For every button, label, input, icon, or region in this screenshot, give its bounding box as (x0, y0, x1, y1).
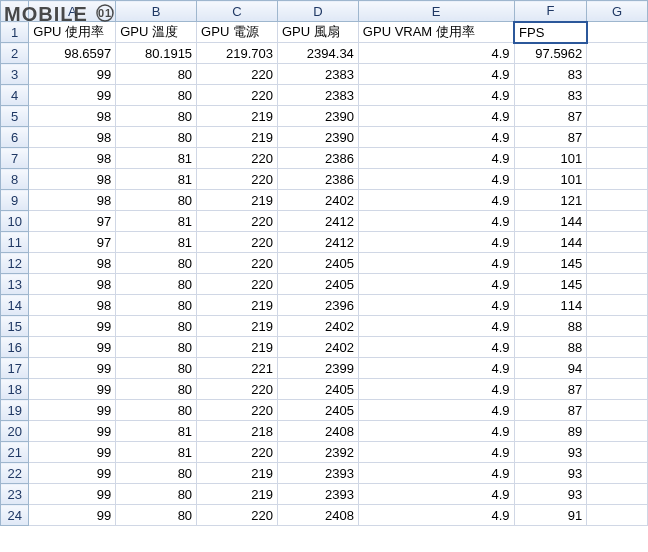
cell[interactable]: 81 (116, 442, 197, 463)
row-header-9[interactable]: 9 (1, 190, 29, 211)
cell[interactable]: 220 (197, 85, 278, 106)
cell[interactable]: 219.703 (197, 43, 278, 64)
cell[interactable]: 88 (514, 337, 587, 358)
cell[interactable]: 220 (197, 400, 278, 421)
row-header-18[interactable]: 18 (1, 379, 29, 400)
cell[interactable]: GPU VRAM 使用率 (358, 22, 514, 43)
cell[interactable]: 4.9 (358, 169, 514, 190)
cell[interactable]: 4.9 (358, 64, 514, 85)
cell[interactable]: 87 (514, 127, 587, 148)
cell[interactable]: 99 (29, 316, 116, 337)
row-header-8[interactable]: 8 (1, 169, 29, 190)
cell[interactable]: 4.9 (358, 274, 514, 295)
cell[interactable]: 80 (116, 337, 197, 358)
cell[interactable] (587, 358, 648, 379)
row-header-21[interactable]: 21 (1, 442, 29, 463)
cell[interactable] (587, 22, 648, 43)
cell[interactable]: 98 (29, 190, 116, 211)
row-header-10[interactable]: 10 (1, 211, 29, 232)
select-all-corner[interactable] (1, 1, 29, 22)
cell[interactable]: 80.1915 (116, 43, 197, 64)
cell[interactable]: GPU 使用率 (29, 22, 116, 43)
cell[interactable] (587, 484, 648, 505)
cell[interactable]: 80 (116, 295, 197, 316)
row-header-19[interactable]: 19 (1, 400, 29, 421)
cell[interactable]: FPS (514, 22, 587, 43)
cell[interactable]: 4.9 (358, 295, 514, 316)
row-header-6[interactable]: 6 (1, 127, 29, 148)
cell[interactable] (587, 463, 648, 484)
cell[interactable]: 93 (514, 463, 587, 484)
cell[interactable] (587, 85, 648, 106)
column-header-G[interactable]: G (587, 1, 648, 22)
cell[interactable]: 218 (197, 421, 278, 442)
cell[interactable] (587, 232, 648, 253)
cell[interactable]: 98.6597 (29, 43, 116, 64)
cell[interactable]: 121 (514, 190, 587, 211)
cell[interactable]: 144 (514, 211, 587, 232)
cell[interactable]: 2396 (277, 295, 358, 316)
cell[interactable]: 81 (116, 211, 197, 232)
cell[interactable]: 220 (197, 64, 278, 85)
cell[interactable]: 2402 (277, 316, 358, 337)
cell[interactable]: 98 (29, 253, 116, 274)
cell[interactable]: 99 (29, 337, 116, 358)
cell[interactable]: 80 (116, 505, 197, 526)
cell[interactable]: GPU 溫度 (116, 22, 197, 43)
cell[interactable]: 220 (197, 169, 278, 190)
cell[interactable]: GPU 電源 (197, 22, 278, 43)
cell[interactable]: 4.9 (358, 316, 514, 337)
cell[interactable]: 220 (197, 442, 278, 463)
cell[interactable]: 97 (29, 232, 116, 253)
cell[interactable]: 2405 (277, 274, 358, 295)
column-header-A[interactable]: A (29, 1, 116, 22)
cell[interactable]: 98 (29, 127, 116, 148)
cell[interactable]: 99 (29, 64, 116, 85)
cell[interactable]: 219 (197, 190, 278, 211)
row-header-11[interactable]: 11 (1, 232, 29, 253)
cell[interactable]: 2394.34 (277, 43, 358, 64)
cell[interactable] (587, 421, 648, 442)
cell[interactable]: 2383 (277, 64, 358, 85)
cell[interactable]: 2405 (277, 400, 358, 421)
cell[interactable]: 4.9 (358, 190, 514, 211)
cell[interactable]: 4.9 (358, 211, 514, 232)
row-header-4[interactable]: 4 (1, 85, 29, 106)
cell[interactable]: 80 (116, 379, 197, 400)
cell[interactable]: 98 (29, 295, 116, 316)
cell[interactable] (587, 337, 648, 358)
cell[interactable]: 2393 (277, 463, 358, 484)
cell[interactable]: 87 (514, 106, 587, 127)
cell[interactable]: 2390 (277, 127, 358, 148)
cell[interactable]: 2386 (277, 148, 358, 169)
cell[interactable]: 83 (514, 64, 587, 85)
cell[interactable]: 2402 (277, 190, 358, 211)
row-header-13[interactable]: 13 (1, 274, 29, 295)
row-header-2[interactable]: 2 (1, 43, 29, 64)
cell[interactable]: 2386 (277, 169, 358, 190)
cell[interactable]: 219 (197, 106, 278, 127)
cell[interactable]: 93 (514, 484, 587, 505)
cell[interactable]: 99 (29, 421, 116, 442)
cell[interactable]: 4.9 (358, 358, 514, 379)
cell[interactable] (587, 442, 648, 463)
cell[interactable]: 144 (514, 232, 587, 253)
cell[interactable]: 91 (514, 505, 587, 526)
cell[interactable]: 2383 (277, 85, 358, 106)
column-header-B[interactable]: B (116, 1, 197, 22)
cell[interactable]: 101 (514, 148, 587, 169)
cell[interactable]: 219 (197, 316, 278, 337)
cell[interactable]: 80 (116, 484, 197, 505)
row-header-22[interactable]: 22 (1, 463, 29, 484)
cell[interactable]: 80 (116, 400, 197, 421)
cell[interactable] (587, 64, 648, 85)
cell[interactable]: GPU 風扇 (277, 22, 358, 43)
cell[interactable]: 2390 (277, 106, 358, 127)
cell[interactable]: 4.9 (358, 43, 514, 64)
row-header-15[interactable]: 15 (1, 316, 29, 337)
cell[interactable]: 99 (29, 463, 116, 484)
cell[interactable]: 219 (197, 337, 278, 358)
cell[interactable]: 80 (116, 127, 197, 148)
cell[interactable]: 220 (197, 232, 278, 253)
cell[interactable] (587, 106, 648, 127)
